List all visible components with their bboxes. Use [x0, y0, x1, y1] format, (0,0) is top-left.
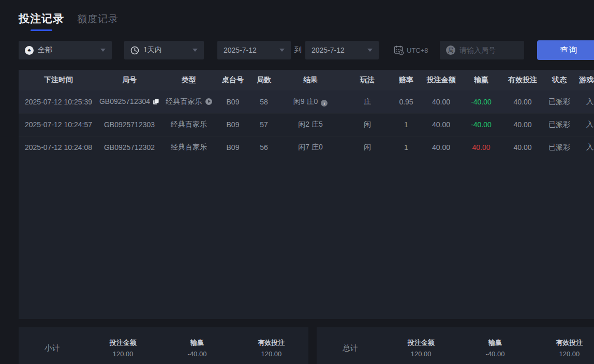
- cell-type: 经典百家乐: [160, 136, 217, 159]
- time-range-value: 1天内: [143, 46, 162, 55]
- col-status: 状态: [546, 70, 573, 90]
- cell-bet-amount: 40.00: [419, 136, 463, 159]
- cell-valid-bet: 40.00: [499, 136, 546, 159]
- subtotal-label: 小计: [19, 343, 86, 353]
- cell-result: 闲9 庄0i: [279, 90, 341, 113]
- cell-win-loss: 40.00: [463, 136, 499, 159]
- timezone-label: UTC+8: [407, 47, 428, 54]
- copy-icon[interactable]: [153, 98, 159, 107]
- calendar-clock-icon: [393, 44, 405, 56]
- table-row[interactable]: 2025-07-12 10:24:57 GB0925712303 经典百家乐 B…: [19, 113, 594, 136]
- tab-label: 投注记录: [19, 11, 64, 26]
- subtotal-bet-amount: 投注金额 120.00: [86, 338, 160, 358]
- betting-records-page: 投注记录 额度记录 ♠ 全部 1天内 2025-7-12 到 2025-7-12: [0, 0, 594, 364]
- chevron-down-icon: [192, 49, 198, 52]
- cell-play: 闲: [341, 136, 393, 159]
- date-to-picker[interactable]: 2025-7-12: [305, 41, 379, 59]
- total-panel: 总计 投注金额 120.00 输赢 -40.00 有效投注 120.00: [317, 327, 594, 364]
- cell-status: 已派彩: [546, 90, 573, 113]
- cell-bet-amount: 40.00: [419, 113, 463, 136]
- clock-icon: [130, 46, 139, 55]
- cell-round-id: GB0925712304: [98, 90, 160, 113]
- total-label: 总计: [317, 343, 384, 353]
- cell-odds: 1: [393, 136, 419, 159]
- date-from-value: 2025-7-12: [224, 46, 257, 54]
- subtotal-win-loss: 输赢 -40.00: [160, 338, 234, 358]
- table-row[interactable]: 2025-07-12 10:24:08 GB0925712302 经典百家乐 B…: [19, 136, 594, 159]
- cell-odds: 1: [393, 113, 419, 136]
- col-valid-bet: 有效投注: [499, 70, 546, 90]
- cell-result: 闲2 庄5: [279, 113, 341, 136]
- col-type: 类型: [160, 70, 217, 90]
- chevron-down-icon: [279, 49, 285, 52]
- cell-round-no: 56: [248, 136, 279, 159]
- cell-status: 已派彩: [546, 113, 573, 136]
- col-bet-time: 下注时间: [19, 70, 98, 90]
- replay-icon[interactable]: [205, 98, 212, 105]
- tab-label: 额度记录: [77, 12, 118, 26]
- round-badge-icon: 局: [446, 46, 455, 55]
- col-result: 结果: [279, 70, 341, 90]
- round-number-input[interactable]: [459, 46, 518, 54]
- cell-round-id: GB0925712302: [98, 136, 160, 159]
- query-button[interactable]: 查询: [537, 40, 594, 60]
- cell-table-no: B09: [217, 136, 248, 159]
- records-table-panel: 下注时间 局号 类型 桌台号 局数 结果 玩法 赔率 投注金额 输赢 有效投注 …: [19, 70, 594, 319]
- cell-round-id: GB0925712303: [98, 113, 160, 136]
- cell-table-no: B09: [217, 113, 248, 136]
- round-number-field[interactable]: 局: [440, 41, 524, 59]
- table-header-row: 下注时间 局号 类型 桌台号 局数 结果 玩法 赔率 投注金额 输赢 有效投注 …: [19, 70, 594, 90]
- cell-win-loss: -40.00: [463, 90, 499, 113]
- total-win-loss: 输赢 -40.00: [458, 338, 532, 358]
- col-round-no: 局数: [248, 70, 279, 90]
- cell-round-no: 58: [248, 90, 279, 113]
- cell-round-no: 57: [248, 113, 279, 136]
- cell-game-mode: 入座: [573, 136, 594, 159]
- cell-type: 经典百家乐: [160, 113, 217, 136]
- cell-result: 闲7 庄0: [279, 136, 341, 159]
- cell-bet-time: 2025-07-12 10:24:08: [19, 136, 98, 159]
- table-row[interactable]: 2025-07-12 10:25:39 GB0925712304 经典百家乐 B…: [19, 90, 594, 113]
- date-to-value: 2025-7-12: [311, 46, 345, 54]
- date-from-picker[interactable]: 2025-7-12: [217, 41, 291, 59]
- spade-icon: ♠: [25, 46, 34, 55]
- info-icon[interactable]: i: [321, 100, 328, 107]
- cell-game-mode: 入座: [573, 90, 594, 113]
- tab-quota-records[interactable]: 额度记录: [77, 11, 118, 26]
- col-bet-amount: 投注金额: [419, 70, 463, 90]
- cell-bet-time: 2025-07-12 10:25:39: [19, 90, 98, 113]
- date-range-to-label: 到: [294, 46, 302, 55]
- tab-bar: 投注记录 额度记录: [19, 11, 118, 31]
- time-range-select[interactable]: 1天内: [124, 41, 204, 59]
- records-table: 下注时间 局号 类型 桌台号 局数 结果 玩法 赔率 投注金额 输赢 有效投注 …: [19, 70, 594, 159]
- col-odds: 赔率: [393, 70, 419, 90]
- total-valid-bet: 有效投注 120.00: [532, 338, 594, 358]
- col-win-loss: 输赢: [463, 70, 499, 90]
- cell-bet-amount: 40.00: [419, 90, 463, 113]
- chevron-down-icon: [100, 49, 106, 52]
- cell-game-mode: 入座: [573, 113, 594, 136]
- tab-betting-records[interactable]: 投注记录: [19, 11, 64, 31]
- cell-table-no: B09: [217, 90, 248, 113]
- active-tab-underline: [31, 29, 52, 31]
- cell-odds: 0.95: [393, 90, 419, 113]
- cell-bet-time: 2025-07-12 10:24:57: [19, 113, 98, 136]
- subtotal-valid-bet: 有效投注 120.00: [234, 338, 308, 358]
- subtotal-panel: 小计 投注金额 120.00 输赢 -40.00 有效投注 120.00: [19, 327, 308, 364]
- col-game-mode: 游戏模式: [573, 70, 594, 90]
- col-round-id: 局号: [98, 70, 160, 90]
- cell-status: 已派彩: [546, 136, 573, 159]
- chevron-down-icon: [367, 49, 373, 52]
- cell-win-loss: -40.00: [463, 113, 499, 136]
- game-type-value: 全部: [38, 46, 52, 55]
- col-play: 玩法: [341, 70, 393, 90]
- timezone-indicator: UTC+8: [393, 44, 428, 56]
- cell-play: 闲: [341, 113, 393, 136]
- filter-bar: ♠ 全部 1天内 2025-7-12 到 2025-7-12: [0, 41, 594, 60]
- col-table-no: 桌台号: [217, 70, 248, 90]
- total-bet-amount: 投注金额 120.00: [384, 338, 458, 358]
- cell-valid-bet: 40.00: [499, 113, 546, 136]
- cell-valid-bet: 40.00: [499, 90, 546, 113]
- game-type-select[interactable]: ♠ 全部: [19, 41, 112, 59]
- cell-type: 经典百家乐: [160, 90, 217, 113]
